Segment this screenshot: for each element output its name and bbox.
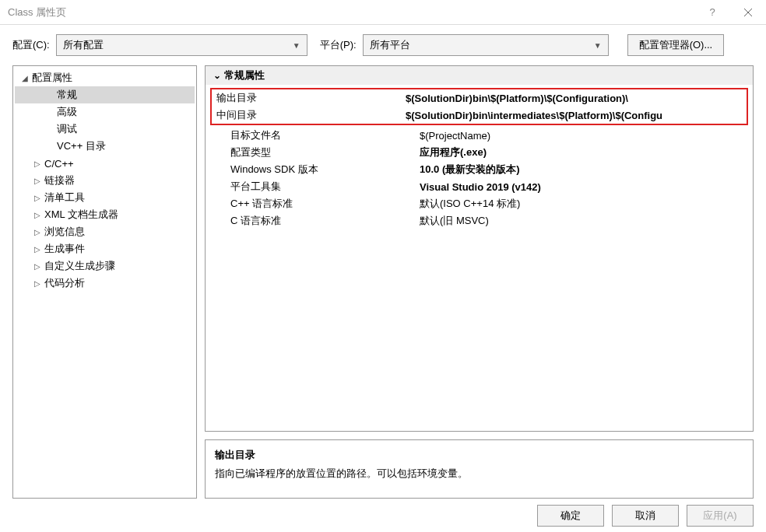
highlighted-rows: 输出目录$(SolutionDir)bin\$(Platform)\$(Conf… xyxy=(210,88,748,125)
chevron-right-icon: ▷ xyxy=(32,177,43,185)
expander-blank: · xyxy=(44,125,55,134)
tree-item[interactable]: ▷C/C++ xyxy=(15,155,195,172)
close-icon xyxy=(744,9,752,16)
tree-item[interactable]: ▷生成事件 xyxy=(15,240,195,257)
chevron-right-icon: ▷ xyxy=(32,194,43,202)
chevron-right-icon: ▷ xyxy=(32,279,43,288)
config-label: 配置(C): xyxy=(12,38,50,52)
property-row[interactable]: 配置类型应用程序(.exe) xyxy=(226,144,748,161)
main-area: ◢配置属性·常规·高级·调试·VC++ 目录▷C/C++▷链接器▷清单工具▷XM… xyxy=(0,65,766,499)
property-key: 输出目录 xyxy=(212,91,404,105)
help-box: 输出目录 指向已编译程序的放置位置的路径。可以包括环境变量。 xyxy=(205,439,754,499)
chevron-right-icon: ▷ xyxy=(32,262,43,271)
tree-item-label: 浏览信息 xyxy=(43,225,85,239)
expander-blank: · xyxy=(44,108,55,117)
tree-item[interactable]: ▷清单工具 xyxy=(15,189,195,206)
property-key: Windows SDK 版本 xyxy=(226,163,418,177)
property-row[interactable]: 平台工具集Visual Studio 2019 (v142) xyxy=(226,178,748,195)
property-value[interactable]: 默认(旧 MSVC) xyxy=(418,214,748,228)
tree-item-label: 清单工具 xyxy=(43,191,85,205)
property-row[interactable]: C 语言标准默认(旧 MSVC) xyxy=(226,212,748,229)
platform-label: 平台(P): xyxy=(320,38,357,52)
tree-item-label: 链接器 xyxy=(43,173,75,187)
chevron-right-icon: ▷ xyxy=(32,245,43,254)
chevron-right-icon: ▷ xyxy=(32,228,43,236)
property-value[interactable]: 默认(ISO C++14 标准) xyxy=(418,197,748,211)
property-row[interactable]: Windows SDK 版本10.0 (最新安装的版本) xyxy=(226,161,748,178)
expander-blank: · xyxy=(44,91,55,100)
title-bar: Class 属性页 ? xyxy=(0,0,766,25)
tree-item-label: 自定义生成步骤 xyxy=(43,259,115,273)
collapse-icon: ⌄ xyxy=(210,70,224,81)
help-title: 输出目录 xyxy=(215,448,743,462)
apply-button[interactable]: 应用(A) xyxy=(687,505,754,527)
right-pane: ⌄ 常规属性 输出目录$(SolutionDir)bin\$(Platform)… xyxy=(205,65,754,499)
window-title: Class 属性页 xyxy=(8,5,694,19)
tree-item-label: C/C++ xyxy=(43,158,74,170)
chevron-down-icon: ▼ xyxy=(293,41,300,50)
tree-item[interactable]: ·常规 xyxy=(15,86,195,103)
tree-item[interactable]: ▷浏览信息 xyxy=(15,223,195,240)
tree-item[interactable]: ·调试 xyxy=(15,121,195,138)
close-button[interactable] xyxy=(730,0,766,25)
property-key: C 语言标准 xyxy=(226,214,418,228)
tree-item-label: 代码分析 xyxy=(43,276,85,290)
property-group-title: 常规属性 xyxy=(224,68,265,82)
tree-item-label: VC++ 目录 xyxy=(55,139,106,153)
expander-blank: · xyxy=(44,142,55,151)
platform-select[interactable]: 所有平台 ▼ xyxy=(363,34,609,56)
tree-item[interactable]: ▷代码分析 xyxy=(15,275,195,292)
platform-select-value: 所有平台 xyxy=(370,38,594,52)
tree-item[interactable]: ·VC++ 目录 xyxy=(15,138,195,155)
property-value[interactable]: $(SolutionDir)bin\$(Platform)\$(Configur… xyxy=(404,93,747,104)
config-manager-button[interactable]: 配置管理器(O)... xyxy=(627,34,725,56)
property-key: 目标文件名 xyxy=(226,128,418,142)
property-row[interactable]: C++ 语言标准默认(ISO C++14 标准) xyxy=(226,195,748,212)
chevron-down-icon: ▼ xyxy=(594,41,602,50)
tree-item[interactable]: ◢配置属性 xyxy=(15,69,195,86)
help-description: 指向已编译程序的放置位置的路径。可以包括环境变量。 xyxy=(215,467,743,481)
chevron-down-icon: ◢ xyxy=(19,74,30,82)
cancel-button[interactable]: 取消 xyxy=(612,505,679,527)
property-key: C++ 语言标准 xyxy=(226,197,418,211)
help-button[interactable]: ? xyxy=(694,0,730,25)
config-select[interactable]: 所有配置 ▼ xyxy=(56,34,307,56)
tree-item-label: 调试 xyxy=(55,122,77,136)
property-rows: 目标文件名$(ProjectName)配置类型应用程序(.exe)Windows… xyxy=(210,127,748,229)
toolbar: 配置(C): 所有配置 ▼ 平台(P): 所有平台 ▼ 配置管理器(O)... xyxy=(0,25,766,65)
tree-item-label: XML 文档生成器 xyxy=(43,208,118,222)
tree-item-label: 配置属性 xyxy=(30,71,72,85)
property-group-header[interactable]: ⌄ 常规属性 xyxy=(206,66,753,85)
tree-item-label: 常规 xyxy=(55,88,77,102)
chevron-right-icon: ▷ xyxy=(32,159,43,168)
property-tree[interactable]: ◢配置属性·常规·高级·调试·VC++ 目录▷C/C++▷链接器▷清单工具▷XM… xyxy=(12,65,197,499)
property-row[interactable]: 目标文件名$(ProjectName) xyxy=(226,127,748,144)
tree-item-label: 高级 xyxy=(55,105,77,119)
property-row[interactable]: 输出目录$(SolutionDir)bin\$(Platform)\$(Conf… xyxy=(212,89,747,107)
tree-item[interactable]: ▷自定义生成步骤 xyxy=(15,257,195,275)
property-key: 配置类型 xyxy=(226,145,418,159)
ok-button[interactable]: 确定 xyxy=(537,505,604,527)
config-manager-label: 配置管理器(O)... xyxy=(639,38,713,52)
property-value[interactable]: 10.0 (最新安装的版本) xyxy=(418,163,748,177)
tree-item[interactable]: ·高级 xyxy=(15,103,195,121)
property-value[interactable]: $(SolutionDir)bin\intermediates\$(Platfo… xyxy=(404,110,747,121)
property-value[interactable]: 应用程序(.exe) xyxy=(418,145,748,159)
chevron-right-icon: ▷ xyxy=(32,211,43,219)
tree-item-label: 生成事件 xyxy=(43,242,85,256)
config-select-value: 所有配置 xyxy=(63,38,293,52)
property-value[interactable]: Visual Studio 2019 (v142) xyxy=(418,181,748,193)
tree-item[interactable]: ▷XML 文档生成器 xyxy=(15,206,195,223)
footer: 确定 取消 应用(A) xyxy=(0,499,766,532)
property-key: 中间目录 xyxy=(212,108,404,122)
property-value[interactable]: $(ProjectName) xyxy=(418,130,748,142)
property-key: 平台工具集 xyxy=(226,180,418,194)
tree-item[interactable]: ▷链接器 xyxy=(15,172,195,189)
property-grid[interactable]: ⌄ 常规属性 输出目录$(SolutionDir)bin\$(Platform)… xyxy=(205,65,754,432)
property-row[interactable]: 中间目录$(SolutionDir)bin\intermediates\$(Pl… xyxy=(212,107,747,124)
